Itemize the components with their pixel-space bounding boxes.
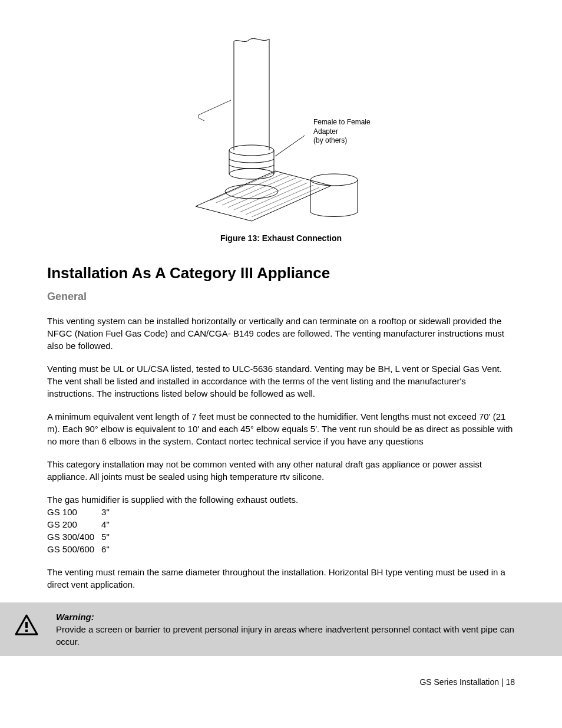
svg-rect-4 — [25, 622, 28, 628]
svg-point-0 — [229, 145, 274, 156]
body-paragraph: The venting must remain the same diamete… — [47, 566, 515, 591]
outlet-size: 6" — [101, 543, 117, 555]
body-paragraph: The gas humidifier is supplied with the … — [47, 493, 515, 506]
body-paragraph: A minimum equivalent vent length of 7 fe… — [47, 410, 515, 447]
table-row: GS 500/6006" — [47, 543, 117, 555]
table-row: GS 300/4005" — [47, 531, 117, 543]
diagram-label-line2: Adapter — [313, 127, 338, 136]
diagram-label: Female to Female Adapter (by others) — [313, 118, 371, 146]
warning-callout: Warning: Provide a screen or barrier to … — [0, 602, 562, 656]
page-heading: Installation As A Category III Appliance — [47, 262, 515, 284]
table-row: GS 2004" — [47, 518, 117, 531]
body-paragraph: Venting must be UL or UL/CSA listed, tes… — [47, 363, 515, 400]
outlet-size: 5" — [101, 531, 117, 543]
section-subheading: General — [47, 289, 515, 304]
outlet-size: 3" — [101, 506, 117, 518]
figure-caption: Figure 13: Exhaust Connection — [47, 233, 515, 245]
outlet-model: GS 300/400 — [47, 531, 101, 543]
diagram-label-line1: Female to Female — [313, 118, 371, 126]
outlet-model: GS 500/600 — [47, 543, 101, 555]
svg-point-3 — [225, 185, 278, 199]
warning-title: Warning: — [56, 612, 94, 622]
svg-point-2 — [310, 174, 358, 186]
table-row: GS 1003" — [47, 506, 117, 518]
body-paragraph: This category installation may not be co… — [47, 458, 515, 483]
outlet-model: GS 200 — [47, 518, 101, 531]
outlet-model: GS 100 — [47, 506, 101, 518]
outlet-size: 4" — [101, 518, 117, 531]
svg-point-1 — [229, 169, 274, 179]
body-paragraph: This venting system can be installed hor… — [47, 315, 515, 352]
warning-text: Warning: Provide a screen or barrier to … — [56, 611, 515, 648]
warning-body: Provide a screen or barrier to prevent p… — [56, 624, 514, 647]
figure-block: Female to Female Adapter (by others) Fig… — [47, 35, 515, 245]
svg-rect-5 — [25, 630, 28, 632]
page-footer: GS Series Installation | 18 — [47, 677, 515, 689]
diagram-label-line3: (by others) — [313, 136, 347, 144]
exhaust-outlets-table: GS 1003" GS 2004" GS 300/4005" GS 500/60… — [47, 506, 117, 555]
warning-icon — [15, 611, 38, 638]
